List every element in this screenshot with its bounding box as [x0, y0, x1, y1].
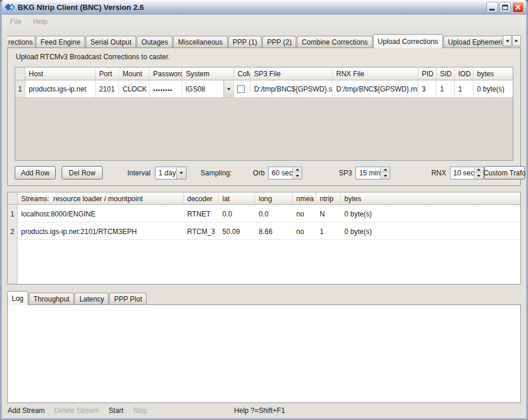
cell-password[interactable]: •••••••• — [150, 80, 182, 97]
del-row-button[interactable]: Del Row — [62, 166, 103, 179]
interval-select[interactable]: 1 day — [155, 167, 186, 179]
orb-spin-buttons — [292, 167, 302, 179]
tab-upload-corrections[interactable]: Upload Corrections — [373, 34, 443, 48]
chevron-right-icon: ► — [515, 38, 519, 43]
upload-table-row[interactable]: 1 products.igs-ip.net 2101 CLOCK •••••••… — [15, 80, 513, 98]
delete-stream-action[interactable]: Delete Stream — [54, 407, 99, 415]
spin-up-button[interactable] — [475, 167, 483, 174]
column-header-mount: Mount — [119, 67, 150, 80]
chevron-up-icon — [296, 168, 299, 171]
cell-com — [234, 80, 251, 97]
tab-throughput[interactable]: Throughput — [29, 293, 74, 304]
sampling-label: Sampling: — [201, 169, 232, 177]
rnx-spin-buttons — [474, 167, 483, 179]
add-row-button[interactable]: Add Row — [15, 166, 56, 179]
tab-serial-output[interactable]: Serial Output — [86, 36, 136, 48]
tab-ppp-2[interactable]: PPP (2) — [262, 36, 296, 48]
corner-header-cell — [15, 67, 25, 80]
streams-table-empty-area — [8, 240, 520, 284]
spin-up-button[interactable] — [293, 167, 302, 174]
cell-iod[interactable]: 1 — [455, 80, 473, 97]
tab-ppp-plot[interactable]: PPP Plot — [109, 293, 147, 304]
menu-item-file[interactable]: File — [4, 16, 27, 28]
chevron-down-icon — [227, 88, 231, 90]
cell-host[interactable]: products.igs-ip.net — [25, 80, 96, 97]
system-select-value: IGS08 — [182, 80, 224, 97]
custom-trafo-button[interactable]: Custom Trafo — [484, 166, 525, 179]
menu-item-help[interactable]: Help — [27, 16, 53, 28]
stream-long: 8.66 — [255, 222, 293, 239]
upload-corrections-pane: Upload RTCMv3 Broadcast Corrections to c… — [7, 48, 521, 186]
tab-latency[interactable]: Latency — [75, 293, 109, 304]
orb-spinbox[interactable]: 60 sec — [268, 167, 302, 179]
tab-combine-corrections[interactable]: Combine Corrections — [297, 36, 373, 48]
tab-scroll-left-button[interactable]: ◄ — [503, 35, 512, 46]
rnx-label: RNX — [431, 169, 446, 177]
spin-up-button[interactable] — [381, 167, 390, 174]
cell-mount[interactable]: CLOCK — [119, 80, 150, 97]
tab-log[interactable]: Log — [7, 291, 28, 305]
spin-down-button[interactable] — [293, 173, 302, 179]
upload-table-header: Host Port Mount Password System CoM SP3 … — [15, 67, 513, 80]
minimize-button[interactable] — [486, 2, 498, 13]
minimize-icon — [489, 9, 495, 11]
cell-port[interactable]: 2101 — [96, 80, 119, 97]
com-checkbox[interactable] — [237, 85, 245, 93]
chevron-up-icon — [477, 168, 480, 171]
output-tab-bar: Log Throughput Latency PPP Plot — [7, 290, 521, 305]
settings-tab-bar: rections Feed Engine Serial Output Outag… — [7, 33, 521, 48]
chevron-down-icon — [477, 175, 480, 177]
window-titlebar[interactable]: BKG Ntrip Client (BNC) Version 2.6 ✕ — [2, 0, 526, 15]
column-header-port: Port — [96, 67, 119, 80]
maximize-button[interactable] — [499, 2, 511, 13]
column-header-ntrip: ntrip — [316, 192, 341, 204]
orb-spinbox-value: 60 sec — [269, 167, 292, 179]
column-header-decoder: decoder — [184, 192, 219, 204]
close-button[interactable]: ✕ — [512, 2, 524, 13]
stream-decoder: RTCM_3 — [184, 222, 219, 239]
cell-bytes: 0 byte(s) — [473, 80, 513, 97]
stream-bytes: 0 byte(s) — [341, 222, 520, 239]
add-stream-action[interactable]: Add Stream — [8, 407, 45, 415]
stream-lat: 0.0 — [219, 205, 255, 222]
stream-decoder: RTNET — [184, 205, 219, 222]
cell-sid[interactable]: 1 — [436, 80, 455, 97]
tab-miscellaneous[interactable]: Miscellaneous — [173, 36, 227, 48]
close-icon: ✕ — [515, 4, 522, 11]
stream-ntrip: 1 — [316, 222, 341, 239]
cell-pid[interactable]: 3 — [418, 80, 436, 97]
tab-scroll-right-button[interactable]: ► — [512, 35, 521, 46]
row-number: 2 — [8, 222, 18, 239]
interval-select-arrow-button[interactable] — [176, 167, 186, 179]
cell-rnx-file[interactable]: D:/tmp/BNC${GPSWD}.rnx — [333, 80, 418, 97]
chevron-down-icon — [180, 172, 183, 174]
rnx-spinbox[interactable]: 10 sec — [450, 167, 484, 179]
stream-row[interactable]: 1 localhost:8000/ENGINE RTNET 0.0 0.0 no… — [8, 205, 520, 222]
tab-upload-ephemeris[interactable]: Upload Ephemeris — [444, 36, 511, 48]
column-header-rnx-file: RNX File — [333, 67, 418, 80]
sp3-label: SP3 — [339, 169, 352, 177]
tab-broadcast-corrections[interactable]: rections — [7, 36, 35, 48]
system-select[interactable]: IGS08 — [182, 80, 233, 97]
column-header-sp3-file: SP3 File — [251, 67, 333, 80]
upload-controls-row: Add Row Del Row Interval 1 day Sampling:… — [15, 166, 513, 179]
row-number-strip — [8, 240, 18, 284]
cell-sp3-file[interactable]: D:/tmp/BNC${GPSWD}.sp3 — [251, 80, 333, 97]
tab-feed-engine[interactable]: Feed Engine — [36, 36, 85, 48]
tab-outages[interactable]: Outages — [137, 36, 172, 48]
column-header-long: long — [255, 192, 293, 204]
row-number: 1 — [15, 80, 25, 97]
start-action[interactable]: Start — [109, 407, 123, 415]
interval-select-value: 1 day — [155, 167, 175, 179]
sp3-spinbox[interactable]: 15 min — [356, 167, 390, 179]
stream-mountpoint: localhost:8000/ENGINE — [18, 205, 184, 222]
stream-row[interactable]: 2 products.igs-ip.net:2101/RTCM3EPH RTCM… — [8, 222, 520, 240]
spin-down-button[interactable] — [381, 173, 390, 179]
spin-down-button[interactable] — [475, 173, 483, 179]
main-content: rections Feed Engine Serial Output Outag… — [2, 29, 526, 418]
stop-action[interactable]: Stop — [133, 407, 147, 415]
tab-ppp-1[interactable]: PPP (1) — [228, 36, 262, 48]
system-select-arrow-button[interactable] — [224, 80, 233, 97]
app-window: BKG Ntrip Client (BNC) Version 2.6 ✕ Fil… — [0, 0, 528, 420]
cell-system: IGS08 — [182, 80, 234, 97]
